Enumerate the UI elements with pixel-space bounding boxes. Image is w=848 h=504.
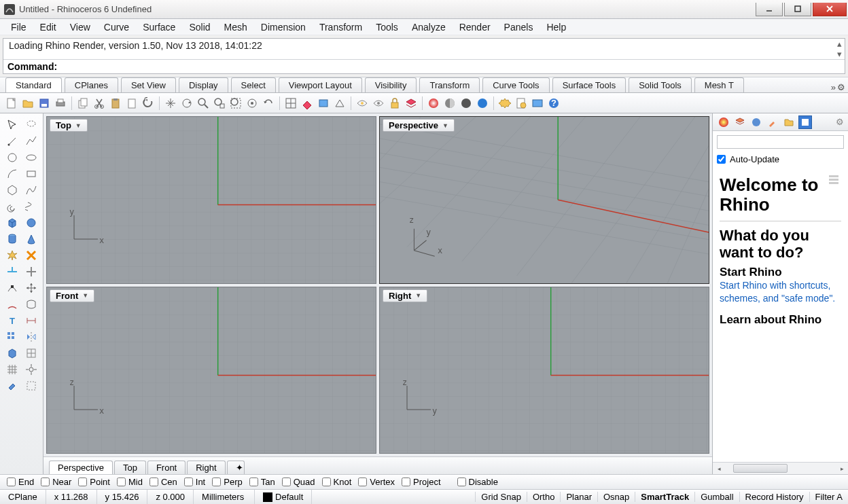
menu-transform[interactable]: Transform (313, 20, 369, 35)
viewport-title-right[interactable]: Right▼ (383, 289, 427, 302)
properties-tab-icon[interactable] (717, 115, 730, 129)
zoom-selected-icon[interactable] (245, 96, 260, 111)
help-search-dropdown[interactable] (717, 135, 844, 149)
viewtab-top[interactable]: Top (114, 461, 146, 474)
explode-icon[interactable] (5, 248, 20, 263)
osnap-disable[interactable]: Disable (457, 477, 498, 487)
polygon-icon[interactable] (5, 183, 20, 198)
menu-tools[interactable]: Tools (369, 20, 405, 35)
menu-edit[interactable]: Edit (33, 20, 63, 35)
tooltab-standard[interactable]: Standard (5, 77, 62, 92)
close-button[interactable] (813, 3, 847, 16)
copy-icon[interactable] (75, 96, 90, 111)
point-icon[interactable] (5, 134, 20, 149)
status-units[interactable]: Millimeters (194, 490, 255, 504)
viewport-front[interactable]: Front▼ x z (46, 287, 376, 454)
grid-icon[interactable] (5, 362, 20, 377)
tooltab-meshtools[interactable]: Mesh T (694, 77, 744, 92)
tooltab-vplayout[interactable]: Viewport Layout (279, 77, 362, 92)
console-scroll[interactable]: ▴▾ (834, 39, 845, 59)
layer-icon[interactable] (404, 96, 419, 111)
layers-tab-icon[interactable] (733, 115, 747, 129)
new-icon[interactable] (4, 96, 19, 111)
menu-solid[interactable]: Solid (182, 20, 217, 35)
tooltab-select[interactable]: Select (231, 77, 276, 92)
named-view-icon[interactable] (316, 96, 331, 111)
snap-icon[interactable] (24, 362, 39, 377)
help-icon[interactable]: ? (546, 96, 561, 111)
drag-handle-icon[interactable] (829, 175, 838, 184)
cylinder-icon[interactable] (5, 232, 20, 247)
properties-icon[interactable] (475, 96, 490, 111)
pan-icon[interactable] (163, 96, 178, 111)
set-view-icon[interactable] (332, 96, 347, 111)
ellipse-icon[interactable] (24, 150, 39, 165)
render-icon[interactable] (426, 96, 441, 111)
viewport-perspective[interactable]: Perspective▼ x y z (379, 116, 709, 284)
zoom-extents-icon[interactable] (212, 96, 227, 111)
spiral-icon[interactable] (5, 199, 20, 214)
tooltab-setview[interactable]: Set View (121, 77, 176, 92)
curve-icon[interactable] (24, 183, 39, 198)
chevron-down-icon[interactable]: ▼ (442, 122, 448, 129)
lock-icon[interactable] (387, 96, 402, 111)
tooltab-display[interactable]: Display (179, 77, 228, 92)
cone-icon[interactable] (24, 232, 39, 247)
edge-icon[interactable] (5, 297, 20, 312)
viewport-right[interactable]: Right▼ y z (379, 287, 709, 454)
tooltab-solidtools[interactable]: Solid Tools (629, 77, 692, 92)
join-icon[interactable] (24, 248, 39, 263)
library-tab-icon[interactable] (782, 115, 796, 129)
osnap-vertex[interactable]: Vertex (358, 477, 395, 487)
render-preview-icon[interactable] (459, 96, 474, 111)
command-input[interactable] (60, 61, 841, 72)
tooltab-cplanes[interactable]: CPlanes (65, 77, 118, 92)
move-icon[interactable] (24, 281, 39, 295)
menu-file[interactable]: File (4, 20, 33, 35)
mirror-icon[interactable] (24, 329, 39, 344)
undo-icon[interactable] (141, 96, 156, 111)
menu-mesh[interactable]: Mesh (217, 20, 254, 35)
minimize-button[interactable] (756, 3, 783, 16)
display-tab-icon[interactable] (749, 115, 763, 129)
undo-view-icon[interactable] (261, 96, 276, 111)
zoom-window-icon[interactable] (228, 96, 243, 111)
toggle-gumball[interactable]: Gumball (694, 492, 739, 502)
osnap-point[interactable]: Point (78, 477, 110, 487)
osnap-cen[interactable]: Cen (149, 477, 177, 487)
pointedit-icon[interactable] (5, 281, 20, 295)
tooltab-transform[interactable]: Transform (419, 77, 480, 92)
show-icon[interactable] (371, 96, 386, 111)
osnap-quad[interactable]: Quad (282, 477, 315, 487)
osnap-perp[interactable]: Perp (212, 477, 242, 487)
viewport-title-perspective[interactable]: Perspective▼ (383, 119, 455, 132)
mesh-icon[interactable] (24, 346, 39, 361)
viewtab-right[interactable]: Right (187, 461, 225, 474)
cplane-icon[interactable] (300, 96, 315, 111)
brush-tab-icon[interactable] (766, 115, 779, 129)
sphere-icon[interactable] (24, 215, 39, 230)
scroll-left-icon[interactable]: ◂ (713, 463, 725, 474)
options-icon[interactable] (497, 96, 512, 111)
cut-icon[interactable] (92, 96, 107, 111)
toggle-smarttrack[interactable]: SmartTrack (635, 492, 694, 502)
clipboard-icon[interactable] (124, 96, 139, 111)
hide-icon[interactable] (355, 96, 370, 111)
menu-render[interactable]: Render (453, 20, 497, 35)
menu-help[interactable]: Help (540, 20, 573, 35)
menu-analyze[interactable]: Analyze (405, 20, 453, 35)
polyline-icon[interactable] (24, 134, 39, 149)
viewtab-add[interactable]: ✦ (227, 461, 245, 474)
four-viewport-icon[interactable] (283, 96, 298, 111)
viewtab-front[interactable]: Front (147, 461, 186, 474)
osnap-mid[interactable]: Mid (117, 477, 143, 487)
osnap-end[interactable]: End (7, 477, 34, 487)
surface-icon[interactable] (24, 297, 39, 312)
shade-icon[interactable] (442, 96, 457, 111)
split-icon[interactable] (24, 264, 39, 279)
osnap-project[interactable]: Project (402, 477, 440, 487)
tooltab-surfacetools[interactable]: Surface Tools (552, 77, 626, 92)
status-cplane[interactable]: CPlane (0, 490, 46, 504)
array-icon[interactable] (5, 329, 20, 344)
help-scrollbar[interactable]: ◂ ▸ (713, 462, 848, 474)
